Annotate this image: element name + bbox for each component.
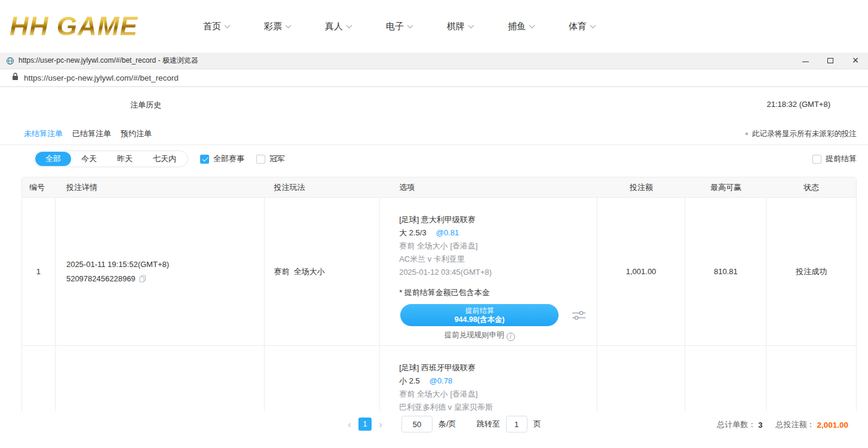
tab-settled[interactable]: 已结算注单 xyxy=(72,128,111,139)
total-count-label: 总计单数： xyxy=(717,419,756,430)
checkbox-checked-icon xyxy=(200,155,209,164)
cashout-settings-icon[interactable] xyxy=(572,310,586,321)
chevron-down-icon xyxy=(225,22,231,28)
minimize-icon xyxy=(802,62,809,62)
clock: 21:18:32 (GMT+8) xyxy=(766,100,830,109)
nav-item-live[interactable]: 真人 xyxy=(325,21,351,32)
league: [足球] 西班牙甲级联赛 xyxy=(399,361,597,375)
window-controls xyxy=(793,53,868,69)
all-events-label: 全部赛事 xyxy=(213,154,244,164)
jump-label: 跳转至 xyxy=(477,419,500,429)
close-button[interactable] xyxy=(843,53,868,69)
nav-label: 真人 xyxy=(325,21,343,32)
checkbox-icon xyxy=(812,155,821,164)
maximize-button[interactable] xyxy=(818,53,843,69)
header-option: 选项 xyxy=(380,182,597,193)
pill-today[interactable]: 今天 xyxy=(71,152,107,166)
bet-status: 投注成功 xyxy=(766,198,856,345)
bet-id: 5209782456228969 xyxy=(66,272,136,286)
site-logo[interactable]: HH GAME xyxy=(10,11,189,41)
dot-icon xyxy=(746,133,748,135)
cashout-note: * 提前结算金额已包含本金 xyxy=(399,287,597,298)
nav-item-slots[interactable]: 电子 xyxy=(386,21,412,32)
site-header: HH GAME 首页 彩票 真人 电子 棋牌 捕鱼 xyxy=(0,0,868,53)
header-play: 投注玩法 xyxy=(265,182,380,193)
cashout-button-label: 提前结算 xyxy=(465,306,494,315)
table-row: 1 2025-01-11 19:15:52(GMT+8) 52097824562… xyxy=(22,198,856,346)
address-bar[interactable]: https://user-pc-new.jylywl.com/#/bet_rec… xyxy=(0,69,868,87)
bet-table: 编号 投注详情 投注玩法 选项 投注额 最高可赢 状态 1 2025-01-11… xyxy=(22,177,857,448)
bet-time: 2025-01-11 19:15:52(GMT+8) xyxy=(66,257,265,272)
chevron-down-icon xyxy=(407,22,413,28)
nav-label: 彩票 xyxy=(264,21,282,32)
lock-icon xyxy=(12,72,19,83)
champion-checkbox[interactable]: 冠军 xyxy=(256,154,285,164)
header-max-win: 最高可赢 xyxy=(685,182,766,193)
pagination-footer: 1 条/页 跳转至 页 总计单数： 3 总投注额： 2,001.00 xyxy=(0,411,868,448)
league: [足球] 意大利甲级联赛 xyxy=(399,213,597,226)
pill-seven-days[interactable]: 七天内 xyxy=(143,152,186,166)
jump-page-input[interactable] xyxy=(506,416,527,432)
all-events-checkbox[interactable]: 全部赛事 xyxy=(200,154,244,164)
cashout-rules-link[interactable]: 提前兑现规则申明 xyxy=(444,331,504,339)
window-title: https://user-pc-new.jylywl.com/#/bet_rec… xyxy=(19,56,198,66)
header-amount: 投注额 xyxy=(597,182,686,193)
note-text: 此记录将显示所有未派彩的投注 xyxy=(752,129,857,139)
nav-item-home[interactable]: 首页 xyxy=(203,21,229,32)
url-text: https://user-pc-new.jylywl.com/#/bet_rec… xyxy=(24,73,179,82)
odds: @0.78 xyxy=(430,376,453,385)
tab-reserved[interactable]: 预约注单 xyxy=(121,128,152,139)
screen: HH GAME 首页 彩票 真人 电子 棋牌 捕鱼 xyxy=(0,0,868,448)
bet-detail-cell: 2025-01-11 19:15:52(GMT+8) 5209782456228… xyxy=(56,198,265,345)
bet-amount: 1,001.00 xyxy=(597,198,686,345)
close-icon xyxy=(852,55,859,66)
market: 赛前 全场大小 [香港盘] xyxy=(399,388,597,401)
minimize-button[interactable] xyxy=(793,53,818,69)
chevron-down-icon xyxy=(346,22,352,28)
chevron-down-icon xyxy=(286,22,292,28)
nav-item-sports[interactable]: 体育 xyxy=(569,21,595,32)
market: 赛前 全场大小 [香港盘] xyxy=(399,240,597,253)
tabs: 未结算注单 已结算注单 预约注单 此记录将显示所有未派彩的投注 xyxy=(0,123,868,145)
nav-item-fishing[interactable]: 捕鱼 xyxy=(508,21,534,32)
cashout-button[interactable]: 提前结算 944.98(含本金) xyxy=(400,304,559,326)
chevron-down-icon xyxy=(468,22,474,28)
tab-unsettled[interactable]: 未结算注单 xyxy=(24,128,63,139)
info-icon[interactable] xyxy=(507,333,515,341)
bet-no: 1 xyxy=(22,198,56,345)
play-type-cell: 赛前 全场大小 xyxy=(265,198,380,345)
pill-all[interactable]: 全部 xyxy=(35,152,71,166)
nav-item-cards[interactable]: 棋牌 xyxy=(447,21,473,32)
nav-label: 电子 xyxy=(386,21,404,32)
maximize-icon xyxy=(827,58,833,63)
nav-label: 捕鱼 xyxy=(508,21,526,32)
nav-item-lottery[interactable]: 彩票 xyxy=(264,21,290,32)
checkbox-icon xyxy=(256,155,265,164)
max-win: 810.81 xyxy=(685,198,766,345)
next-page-icon[interactable] xyxy=(376,419,385,429)
early-settle-label: 提前结算 xyxy=(826,154,857,164)
nav-label: 首页 xyxy=(203,21,221,32)
page-title: 注单历史 xyxy=(130,100,161,111)
option-cell: [足球] 意大利甲级联赛 大 2.5/3@0.81 赛前 全场大小 [香港盘] … xyxy=(380,198,597,345)
date-filter-group: 全部 今天 昨天 七天内 xyxy=(33,151,188,167)
browser-titlebar: https://user-pc-new.jylywl.com/#/bet_rec… xyxy=(0,53,868,69)
main-nav: 首页 彩票 真人 电子 棋牌 捕鱼 xyxy=(203,21,595,32)
match-time: 2025-01-12 03:45(GMT+8) xyxy=(399,266,597,279)
table-header: 编号 投注详情 投注玩法 选项 投注额 最高可赢 状态 xyxy=(22,177,856,198)
pill-yesterday[interactable]: 昨天 xyxy=(107,152,143,166)
total-amount: 2,001.00 xyxy=(817,421,848,429)
page-1-button[interactable]: 1 xyxy=(358,418,372,431)
chevron-down-icon xyxy=(590,22,596,28)
prev-page-icon[interactable] xyxy=(345,419,354,429)
early-settle-checkbox[interactable]: 提前结算 xyxy=(812,154,857,164)
total-count: 3 xyxy=(758,421,762,429)
odds: @0.81 xyxy=(436,228,459,237)
page-size-input[interactable] xyxy=(401,416,433,432)
per-page-label: 条/页 xyxy=(438,419,456,429)
cashout-rules-line: 提前兑现规则申明 xyxy=(400,330,559,341)
page-unit-label: 页 xyxy=(533,419,541,429)
copy-icon[interactable] xyxy=(139,275,146,283)
play-type: 赛前 全场大小 xyxy=(274,266,324,277)
nav-label: 体育 xyxy=(569,21,587,32)
